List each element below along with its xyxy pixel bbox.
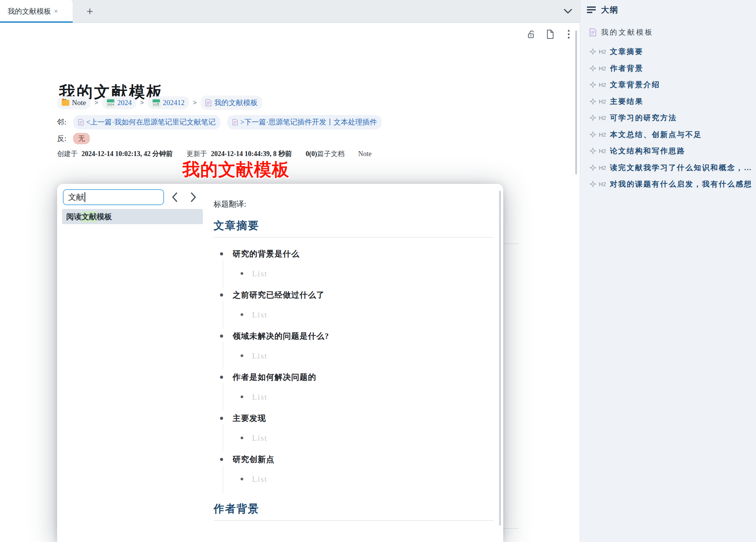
list-item-text: 领域未解决的问题是什么? [214, 330, 494, 342]
preview-heading: 作者背景 [214, 502, 494, 521]
tab-title: 我的文献模板 [8, 6, 51, 16]
outline-item[interactable]: H2 读完文献我学习了什么知识和概念，… [580, 159, 756, 176]
breadcrumb-notebook[interactable]: Note [57, 96, 91, 109]
backlinks-row: 反: 无 [57, 133, 90, 144]
doc-icon [78, 119, 84, 126]
outline-doc-row[interactable]: 我的文献模板 [589, 27, 654, 37]
list-item-text: 研究的背景是什么 [214, 248, 494, 260]
notebook-folder-icon [62, 100, 69, 106]
new-tab-button[interactable]: + [81, 0, 98, 23]
outline-item[interactable]: H2 主要结果 [580, 93, 756, 110]
list-item-text: 主要发现 [214, 413, 494, 424]
outline-doc-title: 我的文献模板 [601, 27, 654, 37]
prev-result-chevron-left-icon[interactable] [170, 192, 180, 202]
outline-item-label: 可学习的研究方法 [610, 113, 677, 123]
list-item-text: 作者是如何解决问题的 [214, 371, 494, 383]
editor-scrollbar[interactable] [575, 30, 577, 174]
notebook-name: Note [358, 150, 372, 158]
neighbors-label: 邻: [57, 117, 66, 127]
result-nav [170, 192, 198, 202]
outline-panel-header: 大纲 [587, 5, 619, 15]
tab-bar: 我的文献模板 × + [0, 0, 580, 23]
list-item: 研究的背景是什么 List [214, 248, 494, 288]
breadcrumb-doc[interactable]: 我的文献模板 [201, 96, 262, 110]
outline-item[interactable]: H2 文章摘要 [580, 43, 756, 60]
backlinks-label: 反: [57, 134, 66, 143]
sparkle-icon [590, 81, 596, 88]
outline-panel-title: 大纲 [601, 5, 619, 15]
heading-level-badge: H2 [599, 115, 606, 121]
next-result-chevron-right-icon[interactable] [188, 192, 198, 202]
heading-level-badge: H2 [599, 148, 606, 154]
outline-item-label: 作者背景 [610, 63, 643, 73]
list-item: 领域未解决的问题是什么? List [214, 330, 494, 370]
doc-icon [589, 28, 597, 37]
outline-item-label: 对我的课题有什么启发，我有什么感想 [610, 179, 752, 189]
calendar-year-icon: 2024 [107, 99, 115, 107]
breadcrumb: Note > 2024 2024 > 12月 202412 > 我的文献模板 [57, 95, 262, 110]
sparkle-icon [590, 131, 596, 138]
popup-scrollbar[interactable] [499, 191, 501, 526]
result-preview-pane: 标题翻译: 文章摘要 研究的背景是什么 List 之前研究已经做过什么了 L [214, 184, 494, 521]
created-value: 2024-12-14 10:02:13, 42 分钟前 [81, 149, 173, 158]
result-match-highlight: 文献 [81, 211, 97, 222]
list-placeholder: List [223, 391, 494, 403]
search-popup: 文献 阅读文献模板 标题翻译: 文章摘要 研究的背景是什么 Li [57, 184, 503, 542]
breadcrumb-label: Note [72, 99, 86, 107]
created-label: 创建于 [57, 149, 78, 158]
list-item-text: 之前研究已经做过什么了 [214, 289, 494, 301]
doc-icon [205, 99, 212, 107]
outline-item-label: 文章背景介绍 [610, 80, 660, 90]
nested-list: List [223, 424, 494, 452]
sparkle-icon [590, 164, 596, 171]
document-icon[interactable] [544, 28, 556, 40]
calendar-month-icon: 12月 [152, 99, 160, 107]
heading-level-badge: H2 [599, 131, 606, 138]
subdocs-count: 0(0)篇子文档 [306, 149, 345, 158]
sparkle-icon [590, 98, 596, 105]
result-text: 阅读 [66, 212, 81, 222]
search-result-item[interactable]: 阅读文献模板 [62, 209, 203, 224]
background-heading-divider [503, 244, 519, 244]
preview-bullet-list: 研究的背景是什么 List 之前研究已经做过什么了 List 领域未 [214, 248, 494, 493]
prev-doc-label: <上一篇·我如何在思源笔记里记文献笔记 [86, 117, 215, 127]
search-input[interactable]: 文献 [63, 189, 164, 205]
list-placeholder: List [223, 268, 494, 279]
breadcrumb-year[interactable]: 2024 2024 [102, 96, 136, 109]
siyuan-app-window: 我的文献模板 × + 我的文献模板 [0, 0, 756, 542]
tab-close-icon[interactable]: × [54, 8, 58, 15]
breadcrumb-month[interactable]: 12月 202412 [148, 96, 189, 109]
outline-item[interactable]: H2 论文结构和写作思路 [580, 143, 756, 159]
next-doc-label: >下一篇·思源笔记插件开发丨文本处理插件 [240, 117, 377, 127]
outline-list: H2 文章摘要 H2 作者背景 H2 文章背景介绍 [580, 43, 756, 193]
outline-item[interactable]: H2 对我的课题有什么启发，我有什么感想 [580, 176, 756, 193]
heading-level-badge: H2 [599, 65, 606, 72]
heading-level-badge: H2 [599, 164, 606, 171]
editor-toolbar [525, 27, 575, 41]
outline-item-label: 主要结果 [610, 96, 643, 107]
sparkle-icon [590, 48, 596, 55]
nested-list: List [223, 260, 494, 288]
unlock-icon[interactable] [525, 28, 537, 40]
heading-level-badge: H2 [599, 81, 606, 88]
prev-doc-link[interactable]: <上一篇·我如何在思源笔记里记文献笔记 [73, 115, 220, 129]
outline-item[interactable]: H2 可学习的研究方法 [580, 110, 756, 126]
tab-active[interactable]: 我的文献模板 × [0, 0, 73, 23]
outline-item[interactable]: H2 本文总结、创新点与不足 [580, 126, 756, 143]
list-item: 之前研究已经做过什么了 List [214, 289, 494, 329]
breadcrumb-separator: > [94, 99, 98, 107]
outline-item[interactable]: H2 文章背景介绍 [580, 77, 756, 93]
list-item: 研究创新点 List [214, 454, 494, 493]
doc-icon [232, 119, 238, 126]
result-text: 模板 [97, 212, 112, 222]
tab-list-chevron-down-icon[interactable] [562, 6, 574, 17]
more-menu-icon[interactable] [563, 28, 575, 40]
red-annotation-title: 我的文献模板 [182, 160, 290, 180]
sparkle-icon [590, 181, 596, 187]
outline-item[interactable]: H2 作者背景 [580, 60, 756, 77]
next-doc-link[interactable]: >下一篇·思源笔记插件开发丨文本处理插件 [227, 115, 382, 129]
outline-item-label: 读完文献我学习了什么知识和概念，… [610, 163, 752, 173]
neighbor-links-row: 邻: <上一篇·我如何在思源笔记里记文献笔记 >下一篇·思源笔记插件开发丨文本处… [57, 115, 382, 129]
list-item-text: 研究创新点 [214, 454, 494, 465]
sparkle-icon [590, 115, 596, 121]
